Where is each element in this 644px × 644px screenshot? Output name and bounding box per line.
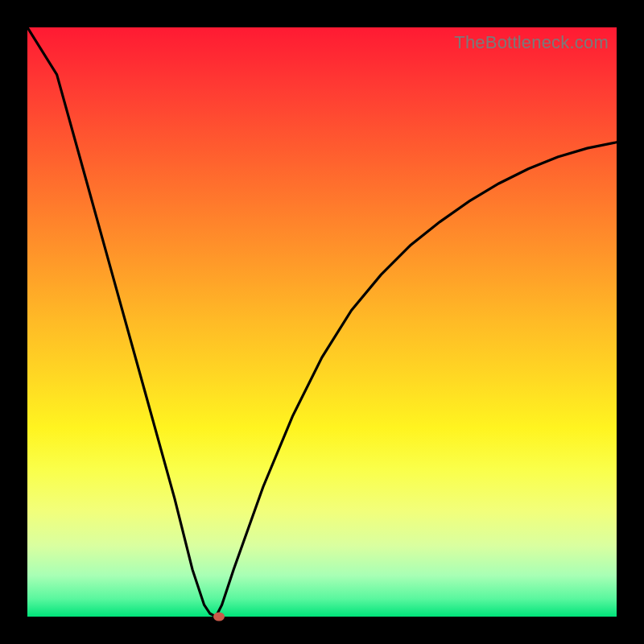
optimum-marker bbox=[213, 613, 225, 621]
bottleneck-curve bbox=[27, 27, 617, 617]
chart-frame: TheBottleneck.com bbox=[0, 0, 644, 644]
plot-area: TheBottleneck.com bbox=[27, 27, 617, 617]
